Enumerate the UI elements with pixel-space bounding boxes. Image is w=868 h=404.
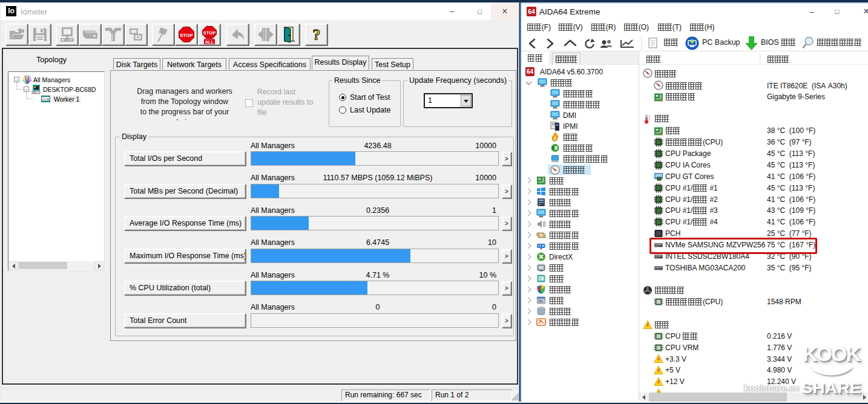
- svg-text:STOP: STOP: [203, 30, 215, 36]
- svg-text:STOP: STOP: [180, 33, 193, 38]
- svg-text:ALL: ALL: [205, 39, 214, 45]
- svg-text:?: ?: [313, 26, 321, 43]
